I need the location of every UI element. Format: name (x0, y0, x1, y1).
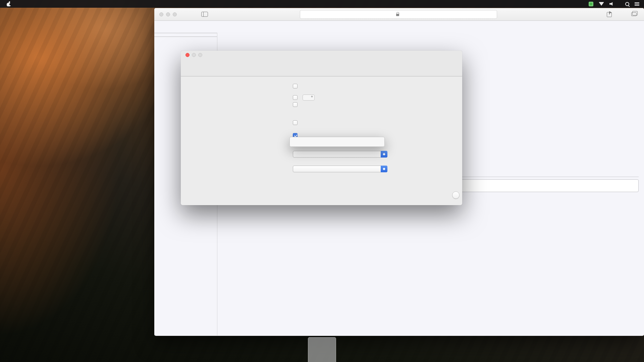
status-app-icon[interactable] (589, 2, 593, 6)
window-zoom-button[interactable] (173, 12, 177, 16)
accessibility-tab-row (181, 101, 458, 108)
encoding-option[interactable] (290, 139, 384, 145)
apple-menu-icon[interactable] (6, 1, 11, 7)
preferences-window (181, 51, 462, 205)
address-bar[interactable] (300, 10, 497, 19)
menu-bar (0, 0, 644, 8)
new-tab-button[interactable] (616, 10, 625, 18)
help-button[interactable] (452, 191, 460, 199)
prefs-close-button[interactable] (185, 53, 190, 57)
smart-search-row (181, 83, 458, 89)
share-icon[interactable] (607, 12, 612, 17)
lock-icon (396, 14, 399, 16)
dock (308, 337, 336, 362)
popup-arrows-icon (381, 151, 387, 158)
sidebar-title (154, 33, 217, 37)
prefs-minimize-button (192, 53, 196, 57)
checkbox-offline-reading[interactable] (293, 120, 298, 125)
tab-overview-icon[interactable] (631, 12, 637, 16)
popup-arrows-icon (381, 166, 387, 172)
prefs-toolbar-item[interactable] (185, 60, 201, 71)
wifi-icon[interactable] (599, 2, 604, 6)
checkbox-show-full-address[interactable] (293, 84, 298, 88)
window-minimize-button[interactable] (166, 12, 170, 16)
menubar-left (0, 1, 23, 7)
accessibility-note-row (181, 108, 458, 115)
window-close-button[interactable] (159, 12, 163, 16)
proxy-row (181, 179, 458, 186)
encoding-popup-button[interactable] (293, 166, 387, 172)
checkbox-min-font-size[interactable] (293, 95, 298, 100)
reading-list-row (181, 119, 458, 126)
forward-button[interactable] (189, 9, 198, 19)
back-button[interactable] (180, 9, 189, 19)
notification-center-icon[interactable] (635, 2, 639, 3)
encoding-dropdown-menu (289, 137, 385, 147)
browser-toolbar (154, 8, 644, 21)
checkbox-tab-highlight[interactable] (293, 102, 298, 107)
preferences-toolbar (181, 59, 462, 76)
prefs-zoom-button (198, 53, 202, 57)
font-size-select[interactable] (303, 95, 315, 101)
spotlight-icon[interactable] (625, 2, 629, 6)
volume-icon[interactable] (609, 2, 614, 6)
accessibility-row (181, 94, 458, 101)
sidebar-toggle-icon[interactable] (201, 12, 208, 17)
preferences-titlebar (181, 51, 462, 59)
stylesheet-popup-button[interactable] (293, 151, 387, 158)
menubar-status-area (589, 2, 644, 6)
